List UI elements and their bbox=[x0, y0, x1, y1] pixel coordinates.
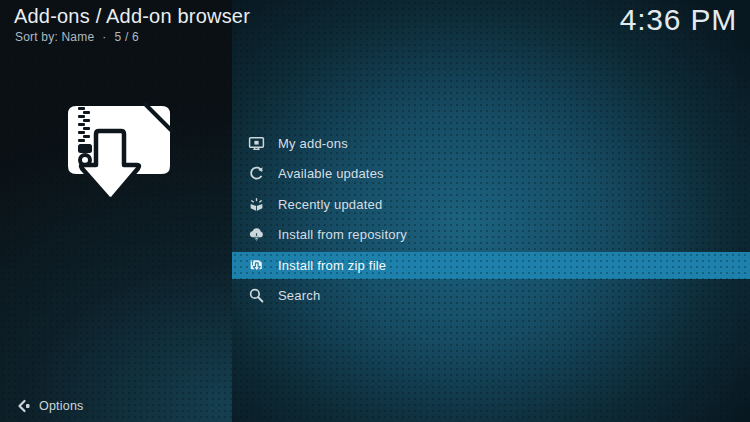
menu-item-install-from-repository[interactable]: Install from repository bbox=[232, 220, 750, 251]
search-icon bbox=[247, 287, 265, 305]
kodi-addon-browser-screen: Add-ons / Add-on browser Sort by: Name ·… bbox=[0, 0, 750, 422]
available-updates-icon bbox=[247, 165, 265, 183]
menu-item-label: Recently updated bbox=[278, 197, 382, 212]
menu-item-available-updates[interactable]: Available updates bbox=[232, 159, 750, 190]
options-icon bbox=[16, 399, 30, 413]
menu-item-search[interactable]: Search bbox=[232, 281, 750, 312]
my-addons-icon bbox=[247, 134, 265, 152]
install-from-repository-icon bbox=[247, 226, 265, 244]
menu-item-recently-updated[interactable]: Recently updated bbox=[232, 189, 750, 220]
install-from-zip-icon bbox=[247, 256, 265, 274]
addon-browser-menu: My add-ons Available updates Recently up… bbox=[232, 128, 750, 311]
menu-item-install-from-zip-file[interactable]: Install from zip file bbox=[232, 252, 750, 280]
options-label: Options bbox=[39, 399, 83, 413]
menu-item-my-addons[interactable]: My add-ons bbox=[232, 128, 750, 159]
menu-item-label: Available updates bbox=[278, 166, 384, 181]
menu-item-label: Install from repository bbox=[278, 227, 407, 242]
item-position: 5 / 6 bbox=[115, 30, 139, 44]
sort-by-label: Sort by: Name bbox=[15, 30, 94, 44]
separator-dot: · bbox=[102, 30, 106, 44]
page-title: Add-ons / Add-on browser bbox=[14, 5, 250, 28]
menu-item-label: My add-ons bbox=[278, 136, 348, 151]
options-button[interactable]: Options bbox=[16, 395, 83, 417]
menu-item-label: Install from zip file bbox=[278, 258, 386, 273]
zip-file-download-icon bbox=[56, 94, 188, 212]
menu-item-label: Search bbox=[278, 288, 320, 303]
clock: 4:36 PM bbox=[620, 3, 737, 37]
sort-status: Sort by: Name · 5 / 6 bbox=[15, 30, 139, 44]
recently-updated-icon bbox=[247, 195, 265, 213]
